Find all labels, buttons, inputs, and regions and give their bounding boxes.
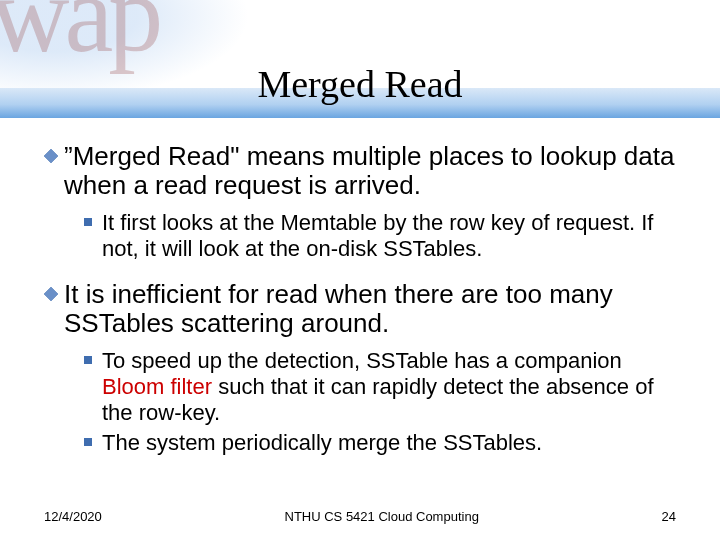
- bullet-1-text: ”Merged Read" means multiple places to l…: [64, 142, 676, 200]
- bullet-1-sub-1: It first looks at the Memtable by the ro…: [84, 210, 676, 262]
- footer: 12/4/2020 NTHU CS 5421 Cloud Computing 2…: [0, 509, 720, 524]
- square-icon: [84, 356, 92, 364]
- bullet-2-sub-2-text: The system periodically merge the SSTabl…: [102, 430, 542, 456]
- svg-marker-1: [44, 287, 58, 301]
- background-watermark: wap: [0, 0, 158, 64]
- footer-course: NTHU CS 5421 Cloud Computing: [102, 509, 662, 524]
- slide-title: Merged Read: [0, 62, 720, 106]
- bullet-1-subs: It first looks at the Memtable by the ro…: [84, 210, 676, 262]
- bullet-2: It is inefficient for read when there ar…: [44, 280, 676, 338]
- bloom-prefix: To speed up the detection, SSTable has a…: [102, 348, 622, 373]
- bullet-2-sub-1: To speed up the detection, SSTable has a…: [84, 348, 676, 426]
- bullet-2-text: It is inefficient for read when there ar…: [64, 280, 676, 338]
- bullet-1: ”Merged Read" means multiple places to l…: [44, 142, 676, 200]
- diamond-icon: [44, 287, 58, 301]
- square-icon: [84, 218, 92, 226]
- bullet-2-sub-2: The system periodically merge the SSTabl…: [84, 430, 676, 456]
- bullet-2-sub-1-text: To speed up the detection, SSTable has a…: [102, 348, 676, 426]
- bullet-2-subs: To speed up the detection, SSTable has a…: [84, 348, 676, 456]
- diamond-icon: [44, 149, 58, 163]
- footer-page: 24: [662, 509, 676, 524]
- footer-date: 12/4/2020: [44, 509, 102, 524]
- square-icon: [84, 438, 92, 446]
- bullet-1-sub-1-text: It first looks at the Memtable by the ro…: [102, 210, 676, 262]
- bloom-red: Bloom filter: [102, 374, 212, 399]
- content-area: ”Merged Read" means multiple places to l…: [44, 142, 676, 474]
- svg-marker-0: [44, 149, 58, 163]
